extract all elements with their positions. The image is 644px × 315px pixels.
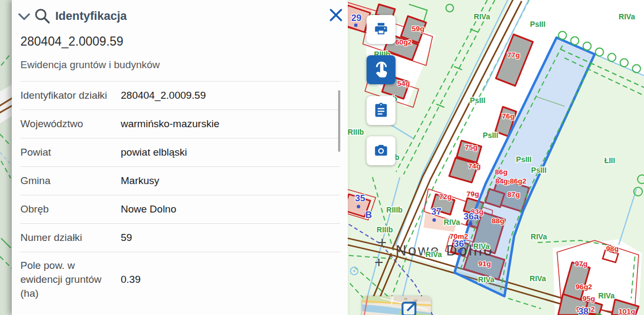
row-value: Markusy [121, 175, 159, 187]
row-label: Obręb [20, 202, 112, 216]
building-label: 98g [606, 245, 618, 253]
row-value: 59 [121, 232, 132, 244]
identify-panel: Identyfikacja 280404_2.0009.59 Ewidencja… [12, 0, 348, 315]
land-class-label: RIVa [474, 12, 491, 21]
table-row: Pole pow. w ewidencji gruntów (ha) 0.39 [20, 252, 340, 307]
land-class-label: RIVa [531, 232, 547, 241]
address-label: 38 [579, 306, 589, 315]
clipboard-icon [373, 102, 389, 120]
land-class-label: RIIIb [386, 206, 402, 214]
land-class-label: PsIII [516, 155, 532, 164]
building-label: 74g [468, 162, 480, 170]
row-label: Numer działki [20, 231, 112, 245]
panel-header: Identyfikacja [12, 0, 348, 30]
address-label: B [365, 210, 372, 220]
address-point-marker [433, 218, 436, 222]
building-label: 75g [465, 143, 477, 151]
panel-subtitle: Ewidencja gruntów i budynków [20, 59, 160, 71]
address-point-marker [354, 24, 357, 27]
land-class-label: RIVa [444, 218, 460, 226]
address-point-marker [458, 250, 461, 253]
address-label: 36a [464, 211, 479, 222]
land-class-label: RIVa [530, 274, 546, 283]
building-label: 54g [397, 79, 409, 87]
building-label: 91g [478, 260, 491, 268]
table-row: Powiat powiat elbląski [20, 138, 340, 167]
search-icon [33, 7, 52, 25]
table-row: Obręb Nowe Dolno [20, 195, 340, 224]
building-label: 96g2 [576, 283, 592, 291]
building-label: 97g [575, 260, 587, 268]
building-label: 59g [412, 25, 424, 33]
address-point-marker [357, 205, 360, 208]
table-row: Identyfikator działki 280404_2.0009.59 [20, 81, 340, 110]
parcel-id: 280404_2.0009.59 [20, 34, 123, 49]
land-class-label: ŁIII [604, 156, 615, 165]
address-point-marker [469, 222, 472, 225]
land-class-label: PsIII [470, 96, 486, 105]
close-icon[interactable] [327, 7, 345, 24]
touch-identify-icon [372, 61, 390, 79]
land-class-label: RIIIb [348, 128, 364, 136]
land-class-label: RIIIb [377, 225, 393, 234]
chevron-down-icon[interactable] [16, 9, 32, 25]
row-value: 0.39 [121, 274, 141, 285]
building-label: 77g [507, 51, 519, 59]
table-row: Województwo warmińsko-mazurskie [20, 110, 340, 138]
panel-scrollbar[interactable] [338, 90, 340, 152]
row-label: Identyfikator działki [20, 89, 112, 102]
table-row: Numer działki 59 [20, 224, 340, 252]
address-label: 37 [431, 207, 442, 217]
building-label: 84g,86g2 [495, 177, 526, 185]
land-class-label: RIVa [473, 242, 490, 251]
building-label: 87g [507, 191, 519, 199]
address-label: 29 [352, 13, 362, 23]
print-button[interactable] [367, 15, 396, 44]
row-value: warmińsko-mazurskie [121, 118, 219, 130]
camera-icon [373, 142, 389, 160]
land-class-label: PsIII [531, 166, 547, 174]
address-label: 35 [355, 193, 365, 203]
land-class-label: RIVa [478, 275, 495, 284]
row-label: Pole pow. w ewidencji gruntów (ha) [20, 259, 112, 301]
results-button[interactable] [367, 96, 396, 125]
attribute-table: Identyfikator działki 280404_2.0009.59 W… [20, 81, 340, 307]
building-label: 60g2 [396, 38, 412, 46]
building-label: 76g [502, 112, 514, 120]
table-row: Gmina Markusy [20, 167, 340, 195]
row-value: powiat elbląski [121, 146, 187, 158]
identify-button[interactable] [367, 55, 396, 84]
land-class-label: RIVa [619, 12, 635, 21]
row-label: Powiat [20, 145, 112, 159]
address-label: 36 [454, 239, 464, 249]
printer-icon [373, 21, 389, 39]
building-label: 95g [582, 295, 595, 303]
building-label: 88g [492, 217, 504, 225]
land-class-label: PsIII [530, 20, 546, 28]
row-label: Gmina [20, 174, 112, 188]
building-label: 79g [466, 190, 479, 198]
row-label: Województwo [20, 117, 112, 131]
row-value: 280404_2.0009.59 [121, 90, 206, 101]
building-label: 101g [619, 307, 635, 315]
land-class-label: PsIII [483, 131, 499, 140]
panel-title: Identyfikacja [55, 9, 127, 23]
land-class-label: RIVa [598, 291, 615, 300]
row-value: Nowe Dolno [121, 203, 177, 215]
left-map-strip [0, 0, 13, 315]
building-label: 72g [439, 193, 451, 201]
building-label: 86g [495, 168, 507, 176]
expand-minimap-icon[interactable] [399, 298, 421, 315]
land-class-label: RIVa [426, 250, 442, 259]
camera-button[interactable] [367, 136, 396, 165]
